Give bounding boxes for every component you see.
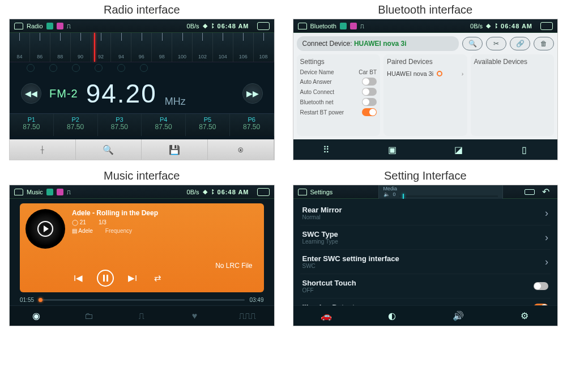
pause-button[interactable] [97, 270, 114, 287]
app-label: Radio [27, 23, 43, 29]
now-playing-tab[interactable]: ◉ [10, 306, 62, 326]
scale-number: 106 [233, 54, 253, 59]
preset-4[interactable]: P487.50 [142, 114, 186, 136]
music-note-icon [57, 189, 63, 195]
sd-icon [340, 23, 347, 29]
radio-mode-row [10, 62, 274, 74]
equalizer-tab[interactable]: ⎍⎍⎍ [221, 306, 274, 326]
music-note-icon [350, 23, 357, 29]
scale-number: 96 [131, 54, 151, 59]
location-icon: ◆ [203, 188, 207, 195]
delete-button[interactable]: 🗑 [534, 37, 554, 50]
paired-device[interactable]: HUAWEI nova 3i› [387, 68, 464, 79]
next-track-button[interactable]: ▶I [126, 272, 139, 284]
setting-auto-answer[interactable]: Auto Answer [300, 76, 377, 87]
title-bluetooth: Bluetooth interface [284, 0, 568, 19]
usb-icon: ⎍ [360, 23, 364, 29]
bt-music-icon[interactable]: ▯ [491, 139, 557, 160]
toggle[interactable] [534, 282, 548, 290]
preset-6[interactable]: P687.50 [230, 114, 274, 136]
seek-next-button[interactable]: ▶▶ [242, 83, 263, 104]
play-overlay-icon[interactable] [37, 221, 53, 237]
scale-number: 90 [71, 54, 91, 59]
seek-prev-button[interactable]: ◀◀ [21, 83, 41, 104]
frequency-scale[interactable]: 8486889092949698100102104106108 [10, 33, 274, 62]
back-button[interactable] [538, 188, 553, 196]
available-title: Available Devices [474, 58, 551, 66]
preset-1[interactable]: P187.50 [10, 114, 54, 136]
setting-rear-mirror[interactable]: Rear MirrorNormal› [300, 201, 551, 225]
band-label[interactable]: FM-2 [49, 87, 78, 100]
toggle[interactable] [362, 88, 377, 96]
home-icon[interactable] [14, 23, 23, 29]
music-panel: Music ⎍ 0B/s ◆ 06:48 AM Adele - Rolling … [9, 185, 275, 326]
radio-footer: ⟊ 🔍 💾 ⍟ [10, 139, 274, 160]
progress-bar[interactable]: 01:55 03:49 [10, 297, 274, 305]
chevron-right-icon: › [545, 232, 548, 244]
bt-statusbar: Bluetooth ⎍ 0B/s ◆ 06:48 AM [293, 19, 558, 33]
battery-icon [525, 189, 535, 195]
sound-tab-icon[interactable]: 🔊 [425, 306, 492, 326]
link-button[interactable]: 🔗 [510, 37, 530, 50]
setting-restart-bt-power[interactable]: Restart BT power [300, 107, 377, 117]
setting-device-name[interactable]: Device NameCar BT [300, 68, 377, 76]
volume-label: Media [383, 186, 398, 191]
setting-swc-type[interactable]: SWC TypeLearning Type› [300, 225, 551, 250]
call-log-icon[interactable]: ◪ [425, 139, 492, 160]
display-tab-icon[interactable]: ◐ [359, 306, 425, 326]
broadcast-icon[interactable]: ⍟ [208, 139, 274, 160]
favorites-tab[interactable]: ♥ [168, 306, 221, 326]
clock: 06:48 AM [501, 23, 532, 29]
back-button[interactable] [257, 188, 270, 196]
title-music: Music interface [0, 166, 284, 185]
shuffle-button[interactable]: ⇄ [151, 272, 164, 284]
save-icon[interactable]: 💾 [142, 139, 208, 160]
settings-footer: 🚗 ◐ 🔊 ⚙ [293, 305, 558, 326]
setting-bluetooth-net[interactable]: Bluetooth net [300, 97, 377, 107]
frequency-unit: MHz [165, 96, 186, 108]
radio-statusbar: Radio ⎍ 0B/s ◆ 06:48 AM [10, 19, 274, 33]
rss-icon[interactable]: ⟊ [10, 139, 76, 160]
prev-track-button[interactable]: I◀ [72, 272, 84, 284]
setting-shortcut-touch[interactable]: Shortcut TouchOFF [300, 274, 551, 299]
scale-number: 98 [152, 54, 172, 59]
title-radio: Radio interface [0, 0, 284, 19]
connect-device-bar: Connect Device: HUAWEI nova 3i [297, 36, 459, 51]
bt-footer: ⠿ ▣ ◪ ▯ [293, 139, 558, 160]
back-button[interactable] [540, 22, 553, 30]
unlink-button[interactable]: ✂ [486, 37, 506, 50]
scale-number: 108 [254, 54, 274, 59]
sd-icon [46, 189, 53, 195]
toggle[interactable] [362, 78, 377, 86]
settings-list[interactable]: Rear MirrorNormal›SWC TypeLearning Type›… [293, 199, 558, 305]
usb-tab[interactable]: ⎍ [116, 306, 168, 326]
setting-illumine-detect[interactable]: Illumine Detect [300, 299, 551, 305]
search-icon[interactable]: 🔍 [76, 139, 142, 160]
tuner-needle[interactable] [94, 33, 95, 62]
setting-auto-connect[interactable]: Auto Connect [300, 87, 377, 97]
home-icon[interactable] [298, 189, 307, 195]
chevron-right-icon: › [545, 256, 548, 268]
toggle[interactable] [362, 108, 377, 116]
home-icon[interactable] [14, 189, 23, 195]
search-button[interactable]: 🔍 [462, 37, 483, 50]
time-current: 01:55 [20, 297, 34, 303]
general-tab-icon[interactable]: ⚙ [491, 306, 557, 326]
preset-2[interactable]: P287.50 [54, 114, 98, 136]
clock: 06:48 AM [218, 189, 249, 195]
home-icon[interactable] [298, 23, 307, 29]
car-tab-icon[interactable]: 🚗 [293, 306, 360, 326]
album-art[interactable] [25, 209, 65, 249]
speaker-icon: 🔈 [383, 191, 390, 197]
no-lrc-label: No LRC File [215, 262, 252, 270]
settings-panel: Settings Media 🔈 0 Rear MirrorNormal›SWC… [293, 185, 559, 326]
dialpad-icon[interactable]: ⠿ [293, 139, 360, 160]
preset-5[interactable]: P587.50 [186, 114, 230, 136]
folder-tab[interactable]: 🗀 [62, 306, 115, 326]
toggle[interactable] [362, 98, 377, 106]
preset-3[interactable]: P387.50 [98, 114, 142, 136]
setting-enter-swc-setting-interface[interactable]: Enter SWC setting interfaceSWC› [300, 250, 551, 274]
bluetooth-panel: Bluetooth ⎍ 0B/s ◆ 06:48 AM Connect Devi… [293, 19, 559, 160]
contacts-icon[interactable]: ▣ [359, 139, 425, 160]
back-button[interactable] [257, 22, 270, 30]
